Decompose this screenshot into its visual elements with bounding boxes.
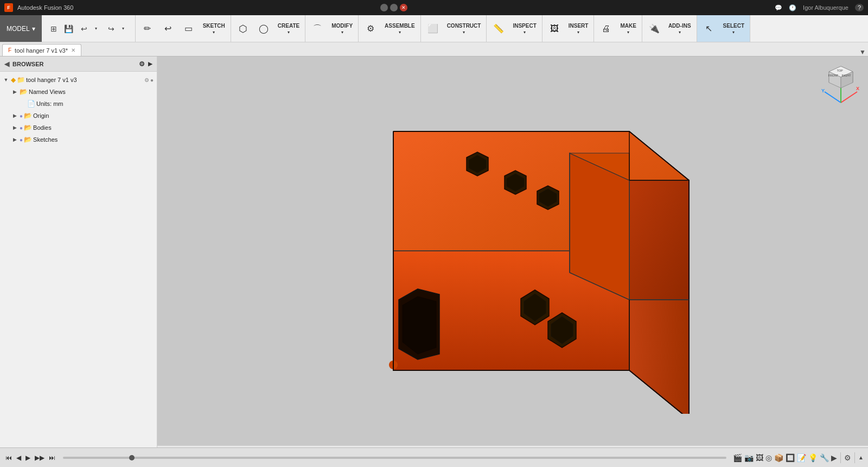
construct-arrow: ▾ (463, 30, 465, 35)
named-views-expand-icon: ▶ (11, 89, 18, 94)
create-extrude-button[interactable]: ⬡ (233, 17, 253, 41)
help-icon[interactable]: ? (855, 4, 864, 11)
anim-tool-7[interactable]: 📝 (797, 453, 806, 462)
browser-label: BROWSER (12, 61, 43, 67)
undo-dropdown[interactable]: ▾ (90, 22, 103, 35)
addins-label-button[interactable]: ADD-INS ▾ (665, 17, 694, 41)
clock-icon[interactable]: 🕐 (789, 4, 796, 11)
root-settings-icon[interactable]: ⚙ (144, 77, 149, 83)
bodies-visibility-icon[interactable]: ● (20, 125, 23, 131)
tab-bar: F tool hanger 7 v1 v3* ✕ ▼ (0, 42, 868, 56)
assemble-section: ⚙ ASSEMBLE ▾ (359, 15, 421, 42)
user-name[interactable]: Igor Albuquerque (803, 4, 848, 11)
anim-settings[interactable]: ⚙ (844, 453, 851, 462)
tab-expand-icon[interactable]: ▼ (859, 48, 866, 56)
insert-label-button[interactable]: INSERT ▾ (565, 17, 592, 41)
redo-button[interactable]: ↪ (105, 22, 118, 35)
anim-tool-5[interactable]: 📦 (774, 453, 783, 462)
minimize-button[interactable]: − (380, 4, 388, 11)
active-tab[interactable]: F tool hanger 7 v1 v3* ✕ (2, 44, 81, 56)
viewport[interactable]: Y X Z FRONT RIGHT TOP ⊕ ▾ (157, 56, 868, 467)
anim-tool-3[interactable]: 🖼 (756, 453, 763, 462)
insert-image-icon: 🖼 (550, 24, 559, 33)
anim-rewind-button[interactable]: ⏮ (4, 453, 13, 463)
anim-next-button[interactable]: ▶▶ (34, 453, 46, 463)
chat-icon[interactable]: 💬 (775, 4, 782, 11)
root-expand-icon: ▼ (2, 77, 10, 83)
create-section: ⬡ ◯ CREATE ▾ (231, 15, 305, 42)
undo-button[interactable]: ↩ (78, 22, 91, 35)
redo-dropdown[interactable]: ▾ (117, 22, 130, 35)
create-revolve-button[interactable]: ◯ (254, 17, 273, 41)
root-visibility-icon[interactable]: ● (150, 77, 154, 83)
anim-tool-1[interactable]: 🎬 (733, 453, 742, 462)
inspect-section: 📏 INSPECT ▾ (487, 15, 542, 42)
maximize-button[interactable]: □ (390, 4, 398, 11)
assemble-button[interactable]: ⚙ (361, 17, 380, 41)
addins-arrow: ▾ (679, 30, 681, 35)
browser-settings-icon[interactable]: ⚙ (139, 60, 145, 68)
select-label: SELECT (723, 23, 744, 29)
browser-item-named-views[interactable]: ▶ 📂 Named Views (0, 86, 157, 98)
tab-close-button[interactable]: ✕ (71, 47, 75, 53)
tab-title: tool hanger 7 v1 v3* (15, 47, 68, 54)
select-label-button[interactable]: SELECT ▾ (720, 17, 748, 41)
sketches-visibility-icon[interactable]: ● (20, 137, 23, 143)
anim-end-button[interactable]: ⏭ (48, 453, 56, 463)
browser-item-origin[interactable]: ▶ ● 📂 Origin (0, 110, 157, 122)
modify-section: ⌒ MODIFY ▾ (305, 15, 359, 42)
browser-item-sketches[interactable]: ▶ ● 📂 Sketches (0, 134, 157, 146)
tab-icon: F (8, 47, 11, 53)
make-label-button[interactable]: MAKE ▾ (617, 17, 639, 41)
anim-tool-9[interactable]: 🔧 (820, 453, 829, 462)
sidebar-collapse-button[interactable]: ◀ (4, 60, 9, 68)
construct-label-button[interactable]: CONSTRUCT ▾ (444, 17, 484, 41)
select-button[interactable]: ↖ (699, 17, 719, 41)
select-arrow: ▾ (732, 30, 735, 35)
browser-expand-icon[interactable]: ▶ (148, 61, 152, 67)
sketches-expand-icon: ▶ (11, 137, 18, 142)
anim-tool-2[interactable]: 📷 (744, 453, 754, 462)
make-3dprint-button[interactable]: 🖨 (596, 17, 616, 41)
anim-prev-button[interactable]: ◀ (15, 453, 22, 463)
anim-timeline[interactable] (63, 457, 726, 459)
svg-text:X: X (856, 86, 859, 91)
make-arrow: ▾ (627, 30, 629, 35)
construct-plane-button[interactable]: ⬜ (423, 17, 443, 41)
sketch-label-button[interactable]: SKETCH ▾ (200, 17, 228, 41)
svg-text:Y: Y (821, 88, 825, 93)
close-button[interactable]: ✕ (400, 4, 407, 11)
create-label-button[interactable]: CREATE ▾ (275, 17, 303, 41)
inspect-label-button[interactable]: INSPECT ▾ (509, 17, 539, 41)
sketch-finish-button[interactable]: ↩ (158, 17, 178, 41)
anim-tool-6[interactable]: 🔲 (786, 453, 795, 462)
save-button[interactable]: 💾 (62, 22, 75, 35)
browser-item-units[interactable]: 📄 Units: mm (0, 98, 157, 110)
anim-tool-4[interactable]: ◎ (765, 453, 772, 462)
svg-line-29 (825, 92, 841, 103)
anim-tool-10[interactable]: ▶ (831, 453, 837, 462)
anim-play-button[interactable]: ▶ (24, 453, 31, 463)
modify-fillet-button[interactable]: ⌒ (308, 17, 327, 41)
modify-label-button[interactable]: MODIFY ▾ (328, 17, 356, 41)
origin-visibility-icon[interactable]: ● (20, 113, 23, 119)
insert-image-button[interactable]: 🖼 (545, 17, 564, 41)
anim-sep (840, 452, 841, 463)
browser-item-root[interactable]: ▼ ◆ 📁 tool hanger 7 v1 v3 ⚙ ● (0, 74, 157, 86)
sketch-create-icon: ✏ (144, 24, 151, 33)
anim-expand[interactable]: ▲ (858, 455, 864, 460)
title-bar: F Autodesk Fusion 360 − □ ✕ 💬 🕐 Igor Alb… (0, 0, 868, 15)
origin-label: Origin (33, 112, 154, 119)
sketch-create-button[interactable]: ✏ (138, 17, 157, 41)
browser-item-bodies[interactable]: ▶ ● 📂 Bodies (0, 122, 157, 134)
window-controls[interactable]: − □ ✕ (380, 4, 407, 11)
anim-tool-8[interactable]: 💡 (808, 453, 818, 462)
anim-playhead[interactable] (129, 455, 135, 460)
inspect-measure-button[interactable]: 📏 (489, 17, 508, 41)
assemble-label-button[interactable]: ASSEMBLE ▾ (381, 17, 418, 41)
sketch-rect-button[interactable]: ▭ (179, 17, 199, 41)
addins-button[interactable]: 🔌 (644, 17, 664, 41)
view-cube[interactable]: Y X Z FRONT RIGHT TOP (819, 62, 863, 105)
grid-button[interactable]: ⊞ (47, 22, 60, 35)
model-dropdown[interactable]: MODEL ▾ (0, 15, 42, 42)
